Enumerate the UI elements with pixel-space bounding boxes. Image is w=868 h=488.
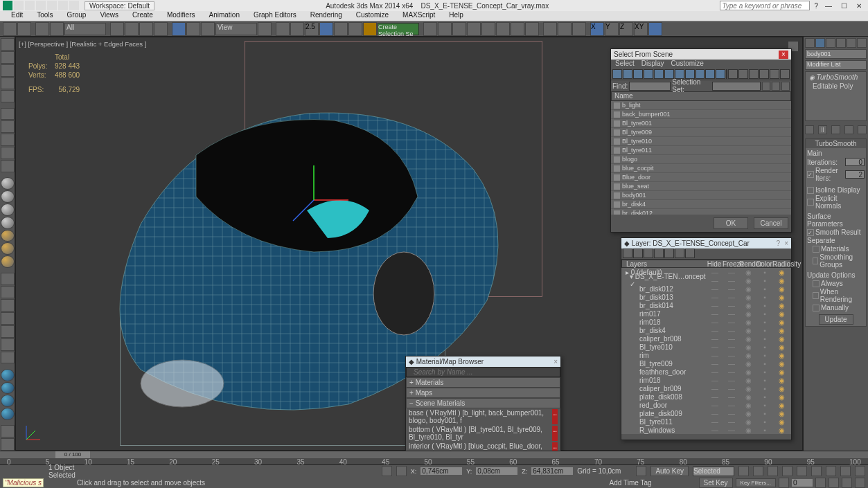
scale-icon[interactable] xyxy=(201,22,215,36)
anglesnap-icon[interactable] xyxy=(319,22,333,36)
material-editor-icon[interactable] xyxy=(496,22,510,36)
lt-icon[interactable] xyxy=(1,160,15,172)
close-button[interactable]: ✕ xyxy=(853,2,865,10)
filter-icon[interactable] xyxy=(738,69,748,79)
scene-item[interactable]: b_light xyxy=(611,101,791,110)
menu-modifiers[interactable]: Modifiers xyxy=(161,11,201,21)
help-search-input[interactable] xyxy=(720,1,810,10)
lt-icon[interactable] xyxy=(1,51,15,64)
lt-sphere-icon[interactable] xyxy=(1,177,15,190)
scene-item[interactable]: back_bumper001 xyxy=(611,110,791,119)
lt-icon[interactable] xyxy=(1,286,15,298)
material-item[interactable]: bottom ( VRayMtl ) [Bl_tyre001, Bl_tyre0… xyxy=(406,425,560,442)
y-input[interactable]: 0,08cm xyxy=(476,467,517,475)
spinnersnap-icon[interactable] xyxy=(348,22,362,36)
xyz-icon[interactable] xyxy=(396,466,407,476)
axis-z-button[interactable]: Z xyxy=(619,22,633,36)
lt-icon[interactable] xyxy=(1,299,15,311)
layer-tb-icon[interactable] xyxy=(654,248,664,258)
smgroups-check[interactable] xyxy=(813,257,818,264)
layer-tb-icon[interactable] xyxy=(685,248,695,258)
layer-item[interactable]: Bl_tyre009——◉▪◉ xyxy=(621,359,791,368)
workspace-dropdown[interactable]: Workspace: Default xyxy=(85,1,154,10)
viewport-label[interactable]: [+] [Perspective ] [Realistic + Edged Fa… xyxy=(19,40,146,48)
render-active-icon[interactable] xyxy=(572,22,586,36)
pivot-icon[interactable] xyxy=(258,22,272,36)
lt-icon[interactable] xyxy=(1,120,15,133)
layer-item[interactable]: Bl_tyre011——◉▪◉ xyxy=(621,417,791,426)
lt-icon[interactable] xyxy=(1,78,15,90)
object-name-input[interactable] xyxy=(805,49,867,59)
scene-item[interactable]: blogo xyxy=(611,155,791,164)
filter-icon[interactable] xyxy=(696,69,705,79)
prev-frame-icon[interactable] xyxy=(753,466,763,476)
layer-item[interactable]: rim018——◉▪◉ xyxy=(621,376,791,384)
material-search-input[interactable] xyxy=(407,368,560,377)
filter-icon[interactable] xyxy=(685,69,695,79)
layer-item[interactable]: br_disk012——◉▪◉ xyxy=(621,284,791,293)
play-icon[interactable] xyxy=(768,466,778,476)
filter-icon[interactable] xyxy=(716,69,725,79)
layer-item[interactable]: feathhers_door——◉▪◉ xyxy=(621,368,791,376)
layer-tb-icon[interactable] xyxy=(675,248,684,258)
modifier-list-dropdown[interactable]: Modifier List xyxy=(805,60,867,70)
rollout-header[interactable]: TurboSmooth xyxy=(806,139,866,148)
mat-section[interactable]: + Maps xyxy=(406,388,560,398)
menu-maxscript[interactable]: MAXScript xyxy=(397,11,441,21)
lt-sphere-icon[interactable] xyxy=(1,369,15,381)
menu-edit[interactable]: Edit xyxy=(6,11,28,21)
update-button[interactable]: Update xyxy=(819,314,853,325)
named-sel-set-dropdown[interactable]: Create Selection Se xyxy=(378,23,419,35)
menu-views[interactable]: Views xyxy=(94,11,124,21)
lt-icon[interactable] xyxy=(1,273,15,285)
scene-item[interactable]: Bl_tyre001 xyxy=(611,119,791,128)
layer-item[interactable]: plate_disk009——◉▪◉ xyxy=(621,409,791,417)
tab-create-icon[interactable] xyxy=(805,38,815,48)
mat-section[interactable]: + Materials xyxy=(406,377,560,388)
layer-tb-icon[interactable] xyxy=(633,248,643,258)
layer-item[interactable]: ▾ DS_X_E-TEN…oncept ✓——◉▪◉ xyxy=(621,276,791,284)
layer-item[interactable]: plate_disk008——◉▪◉ xyxy=(621,392,791,401)
filter-icon[interactable] xyxy=(780,69,790,79)
qat-open-icon[interactable] xyxy=(25,1,35,10)
scene-item[interactable]: Bl_tyre010 xyxy=(611,137,791,146)
tab-display-icon[interactable] xyxy=(847,38,856,48)
menu-customize[interactable]: Customize xyxy=(671,60,704,69)
render-setup-icon[interactable] xyxy=(511,22,524,36)
menu-display[interactable]: Display xyxy=(641,60,664,69)
scene-item[interactable]: Bl_tyre009 xyxy=(611,128,791,137)
material-item[interactable]: base ( VRayMtl ) [b_light, back_bumper00… xyxy=(406,408,560,425)
nav-icon[interactable] xyxy=(811,466,822,476)
qat-save-icon[interactable] xyxy=(36,1,46,10)
tab-utilities-icon[interactable] xyxy=(857,38,867,48)
nav-icon[interactable] xyxy=(855,478,865,488)
lt-sphere-icon[interactable] xyxy=(1,255,15,268)
axis-y-button[interactable]: Y xyxy=(605,22,619,36)
lt-icon[interactable] xyxy=(1,338,15,351)
menu-grapheditors[interactable]: Graph Editors xyxy=(248,11,302,21)
goto-start-icon[interactable] xyxy=(738,466,749,476)
layer-tb-icon[interactable] xyxy=(623,248,632,258)
render-iters-check[interactable] xyxy=(807,171,814,178)
filter-icon[interactable] xyxy=(612,69,622,79)
axis-xy-button[interactable]: XY xyxy=(634,22,648,36)
lt-icon[interactable] xyxy=(1,438,15,451)
scene-item[interactable]: blue_cocpit xyxy=(611,164,791,173)
lt-icon[interactable] xyxy=(1,425,15,437)
lt-sphere-icon[interactable] xyxy=(1,217,15,229)
select-region-icon[interactable] xyxy=(139,22,153,36)
lt-icon[interactable] xyxy=(1,325,15,338)
render-prod-icon[interactable] xyxy=(543,22,557,36)
lt-icon[interactable] xyxy=(1,90,15,102)
scene-item[interactable]: Bl_tyre011 xyxy=(611,146,791,155)
filter-icon[interactable] xyxy=(664,69,674,79)
layer-list[interactable]: ▸ 0 (default)——◉▪◉▾ DS_X_E-TEN…oncept ✓—… xyxy=(621,268,791,434)
schematic-icon[interactable] xyxy=(481,22,495,36)
qat-new-icon[interactable] xyxy=(14,1,24,10)
nav-icon[interactable] xyxy=(840,466,851,476)
lt-icon[interactable] xyxy=(1,134,15,146)
layer-item[interactable]: br_disk013——◉▪◉ xyxy=(621,293,791,301)
layer-item[interactable]: caliper_br008——◉▪◉ xyxy=(621,334,791,343)
minimize-button[interactable]: — xyxy=(822,2,835,10)
unique-icon[interactable] xyxy=(831,125,840,134)
